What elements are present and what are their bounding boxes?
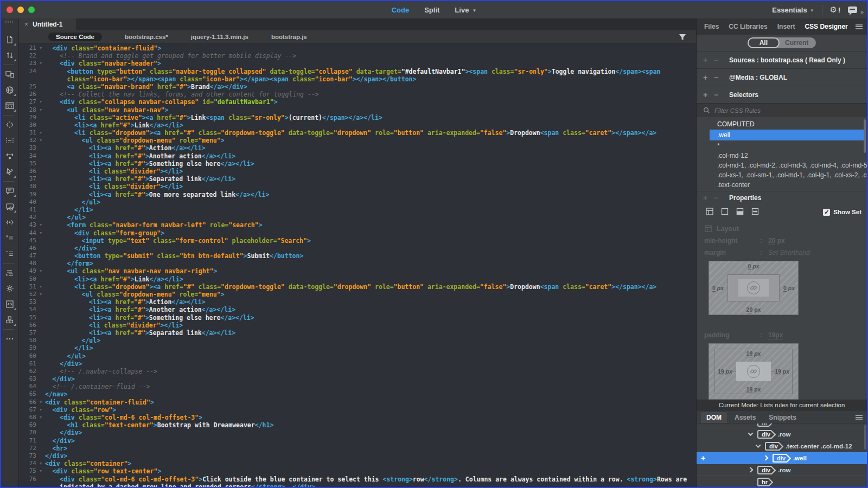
insert-blocks-icon[interactable] xyxy=(3,313,16,326)
dom-tree-row[interactable]: hr xyxy=(697,476,867,487)
code-fold-icon[interactable]: ▼ xyxy=(36,467,45,475)
code-line[interactable]: 67▼<div class="row"> xyxy=(19,406,696,414)
code-fold-icon[interactable]: ▼ xyxy=(36,44,45,52)
remove-media-icon[interactable]: − xyxy=(713,73,719,82)
sync-settings-button[interactable]: ⚙! xyxy=(830,5,840,15)
selector-item[interactable]: COMPUTED xyxy=(697,119,867,129)
live-code-icon[interactable] xyxy=(3,99,16,112)
code-fold-icon[interactable]: ▼ xyxy=(36,137,45,144)
padding-property[interactable]: padding : 19px xyxy=(697,315,867,339)
code-line[interactable]: 29<li class="active"><a href="#">Link<sp… xyxy=(19,114,696,121)
code-fold-icon[interactable]: ▼ xyxy=(36,267,45,275)
code-line[interactable]: 47<button type="submit" class="btn btn-d… xyxy=(19,252,696,260)
dom-tree-row[interactable]: div.row xyxy=(697,428,867,440)
code-line[interactable]: 55<li><a href="#">Something else here</a… xyxy=(19,314,696,322)
selector-item[interactable]: .col-md-12 xyxy=(697,151,867,160)
extract-width-icon[interactable] xyxy=(3,150,16,163)
code-editor[interactable]: 21▼<div class="container-fluid">22<!-- B… xyxy=(19,43,696,487)
code-fold-icon[interactable]: ▼ xyxy=(36,98,45,106)
code-fold-icon[interactable]: ▼ xyxy=(36,414,45,421)
code-line[interactable]: 30<li><a href="#">Link</a></li> xyxy=(19,121,696,129)
file-sync-icon[interactable] xyxy=(3,49,16,62)
apply-comment-icon[interactable] xyxy=(3,184,16,197)
panel-menu-icon[interactable] xyxy=(856,24,863,29)
dom-tag-chip[interactable]: div xyxy=(765,442,779,451)
selector-item[interactable]: .col-md-1, .col-md-2, .col-md-3, .col-md… xyxy=(697,160,867,170)
remove-source-icon[interactable]: − xyxy=(713,56,719,65)
dom-tree-row[interactable]: div.text-center .col-md-12 xyxy=(697,440,867,452)
code-line[interactable]: 63</div> xyxy=(19,375,696,383)
code-fold-icon[interactable]: ▼ xyxy=(36,106,45,114)
dom-panel-menu-icon[interactable] xyxy=(856,415,863,420)
code-line[interactable]: 25<a class="navbar-brand" href="#">Brand… xyxy=(19,83,696,91)
code-fold-icon[interactable]: ▼ xyxy=(36,129,45,137)
code-line[interactable]: 39<li><a href="#">One more separated lin… xyxy=(19,191,696,198)
code-line[interactable]: 24<button type="button" class="navbar-to… xyxy=(19,68,696,75)
code-line[interactable]: 28▼<ul class="nav navbar-nav"> xyxy=(19,106,696,114)
code-line[interactable]: indicated by a dashed grey line and roun… xyxy=(19,483,696,487)
dom-tag-chip[interactable]: div xyxy=(773,454,787,463)
code-line[interactable]: 71</div> xyxy=(19,437,696,445)
code-line[interactable]: 53<li><a href="#">Action</a></li> xyxy=(19,298,696,306)
selector-item[interactable]: .text-center xyxy=(697,180,867,190)
code-line[interactable]: 21▼<div class="container-fluid"> xyxy=(19,44,696,52)
code-fold-icon[interactable]: ▼ xyxy=(36,221,45,229)
code-line[interactable]: 74▼<div class="container"> xyxy=(19,460,696,467)
code-line[interactable]: 75▼<div class="row text-center"> xyxy=(19,467,696,475)
code-line[interactable]: 44▼<div class="form-group"> xyxy=(19,229,696,237)
chevron-right-icon[interactable] xyxy=(763,455,769,461)
code-line[interactable]: 68▼<div class="col-md-6 col-md-offset-3"… xyxy=(19,414,696,421)
more-tools-icon[interactable] xyxy=(3,332,16,345)
remove-class-icon[interactable] xyxy=(3,247,16,260)
code-fold-icon[interactable]: ▼ xyxy=(36,406,45,414)
code-line[interactable]: 52▼<ul class="dropdown-menu" role="menu"… xyxy=(19,291,696,298)
device-preview-icon[interactable] xyxy=(3,68,16,81)
related-file-bootstrap-js[interactable]: bootstrap.js xyxy=(271,34,307,40)
code-line[interactable]: 41</li> xyxy=(19,206,696,214)
code-line[interactable]: 73</div> xyxy=(19,452,696,460)
feedback-icon[interactable] xyxy=(848,7,857,13)
select-region-icon[interactable] xyxy=(3,134,16,147)
all-button[interactable]: All xyxy=(748,37,780,48)
code-fold-icon[interactable]: ▼ xyxy=(36,229,45,237)
highlight-effects-icon[interactable] xyxy=(3,282,16,295)
min-height-property[interactable]: min-height : 20 px xyxy=(697,233,867,245)
code-line[interactable]: 46</div> xyxy=(19,245,696,252)
recently-modified-icon[interactable] xyxy=(3,266,16,279)
code-line[interactable]: 27▼<div class="collapse navbar-collapse"… xyxy=(19,98,696,106)
margin-property[interactable]: margin : Set Shorthand xyxy=(697,245,867,256)
live-view-button[interactable]: Live▼ xyxy=(455,6,476,14)
dom-tag-chip[interactable]: hr xyxy=(757,423,769,427)
code-line[interactable]: 37<li><a href="#">Separated link</a></li… xyxy=(19,175,696,183)
code-line[interactable]: 61</div> xyxy=(19,360,696,368)
add-class-icon[interactable] xyxy=(3,232,16,245)
add-selector-icon[interactable]: + xyxy=(702,91,709,99)
inspect-code-icon[interactable] xyxy=(3,165,16,178)
snippets-icon[interactable] xyxy=(3,298,16,311)
selector-item[interactable]: .well xyxy=(710,130,865,140)
filter-related-files-icon[interactable] xyxy=(679,33,686,43)
code-line[interactable]: 51▼<li class="dropdown"><a href="#" clas… xyxy=(19,283,696,291)
code-line[interactable]: 50<li><a href="#">Link</a></li> xyxy=(19,275,696,283)
open-file-icon[interactable] xyxy=(3,33,16,46)
code-line[interactable]: 43▼<form class="navbar-form navbar-left"… xyxy=(19,221,696,229)
border-category-icon[interactable] xyxy=(720,207,729,217)
link-values-icon[interactable] xyxy=(747,365,760,378)
toolbar-grip[interactable] xyxy=(5,21,14,23)
scrollbar-thumb[interactable] xyxy=(864,119,866,153)
code-line[interactable]: 40</ul> xyxy=(19,198,696,206)
close-icon[interactable]: × xyxy=(24,21,28,28)
code-fold-icon[interactable]: ▼ xyxy=(36,460,45,467)
tab-assets[interactable]: Assets xyxy=(729,412,761,423)
tab-insert[interactable]: Insert xyxy=(777,23,795,30)
code-fold-icon[interactable]: ▼ xyxy=(36,60,45,67)
dom-tag-chip[interactable]: div xyxy=(757,430,771,439)
margin-box-widget[interactable]: 0 px 0 px 0 px 20 px xyxy=(709,261,799,315)
tab-files[interactable]: Files xyxy=(704,23,719,30)
add-source-icon[interactable]: + xyxy=(702,56,709,65)
related-file-jquery[interactable]: jquery-1.11.3.min.js xyxy=(191,34,248,40)
code-line[interactable]: 45<input type="text" class="form-control… xyxy=(19,237,696,245)
code-line[interactable]: class="icon-bar"></span><span class="ico… xyxy=(19,75,696,83)
code-line[interactable]: 54<li><a href="#">Another action</a></li… xyxy=(19,306,696,313)
code-fold-icon[interactable]: ▼ xyxy=(36,283,45,291)
